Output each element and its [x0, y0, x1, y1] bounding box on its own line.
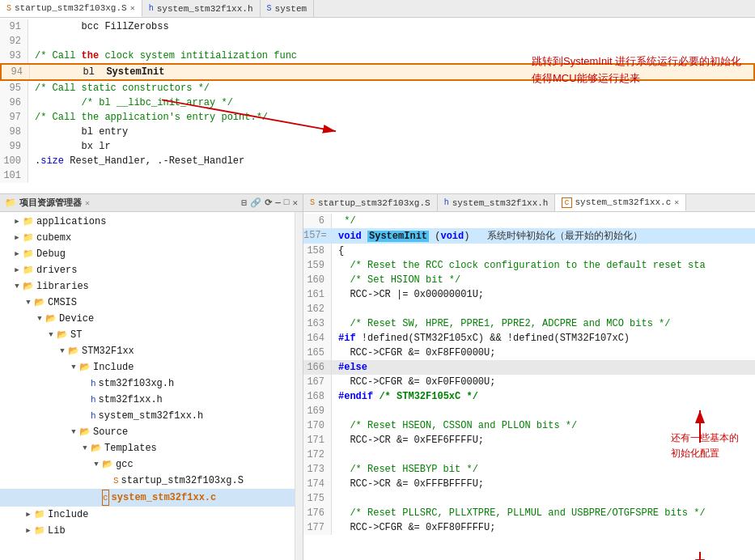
code-line-92: 92	[0, 34, 755, 49]
minimize-icon[interactable]: —	[275, 197, 281, 208]
link-editor-icon[interactable]: 🔗	[250, 197, 261, 208]
folder-icon-lib: 📁	[34, 524, 45, 538]
code-line-99: 99 bx lr	[0, 139, 755, 154]
scrollbar[interactable]	[295, 212, 303, 560]
right-tab-startup[interactable]: S startup_stm32f103xg.S	[303, 194, 438, 211]
tree-gcc[interactable]: ▼ 📂 gcc	[0, 456, 303, 473]
tree-stm32f103xg-h[interactable]: ▶ h stm32f103xg.h	[0, 375, 303, 392]
code-line-97: 97 /* Call the application's entry point…	[0, 110, 755, 125]
folder-icon-gcc: 📂	[102, 457, 113, 472]
right-file-s-icon: S	[310, 198, 315, 207]
top-code-area: 91 bcc FillZerobss 92 93 /* Call the clo…	[0, 18, 755, 193]
tree-debug[interactable]: ▶ 📁 Debug	[0, 246, 303, 262]
right-code-line-166: 166 #else	[303, 360, 755, 375]
right-file-h-icon: h	[444, 198, 449, 207]
project-explorer: 📁 项目资源管理器 ✕ ⊟ 🔗 ⟳ — □ ✕ ▶ 📁 application	[0, 194, 303, 560]
folder-icon-st: 📂	[57, 328, 68, 342]
sync-icon[interactable]: ⟳	[265, 197, 272, 208]
tab-label-system-h: system_stm32f1xx.h	[157, 4, 253, 14]
tree-arrow-debug: ▶	[11, 247, 23, 261]
file-h-icon-2: h	[91, 392, 96, 407]
tree-system-c[interactable]: ▶ c system_stm32f1xx.c	[0, 489, 303, 507]
tree-stm32f1xx-h[interactable]: ▶ h stm32f1xx.h	[0, 392, 303, 408]
top-code-lines: 91 bcc FillZerobss 92 93 /* Call the clo…	[0, 18, 755, 185]
right-editor: S startup_stm32f103xg.S h system_stm32f1…	[303, 194, 755, 560]
right-code-line-176: 176 /* Reset PLLSRC, PLLXTPRE, PLLMUL an…	[303, 506, 755, 520]
right-tab-system-h[interactable]: h system_stm32f1xx.h	[438, 194, 556, 211]
tree-drivers[interactable]: ▶ 📁 drivers	[0, 262, 303, 278]
folder-icon-source: 📂	[79, 425, 91, 439]
tree-arrow-st: ▼	[45, 328, 57, 342]
close-icon[interactable]: ✕	[292, 197, 298, 208]
tree-include[interactable]: ▼ 📂 Include	[0, 359, 303, 375]
tree-lib[interactable]: ▶ 📁 Lib	[0, 523, 303, 539]
code-line-94: 94 bl SystemInit	[0, 63, 755, 81]
right-tab-label-system-c: system_stm32f1xx.c	[575, 197, 672, 207]
maximize-icon[interactable]: □	[284, 197, 290, 208]
tree-arrow-stm32f1xx: ▼	[57, 344, 68, 358]
tree-startup-s[interactable]: ▶ S startup_stm32f103xg.S	[0, 473, 303, 489]
tree-arrow-lib: ▶	[23, 524, 34, 538]
tab-close-startup[interactable]: ✕	[130, 3, 135, 13]
right-code-line-159: 159 /* Reset the RCC clock configuration…	[303, 258, 755, 273]
file-s-icon: S	[6, 4, 11, 13]
tree-libraries[interactable]: ▼ 📂 libraries	[0, 278, 303, 295]
tree-applications[interactable]: ▶ 📁 applications	[0, 214, 303, 230]
tab-startup-s[interactable]: S startup_stm32f103xg.S ✕	[0, 0, 142, 17]
folder-icon-drivers: 📁	[23, 263, 34, 278]
tree-templates[interactable]: ▼ 📂 Templates	[0, 440, 303, 456]
explorer-body: ▶ 📁 applications ▶ 📁 cubemx ▶ 📁 Debug	[0, 212, 303, 560]
tree-device[interactable]: ▼ 📂 Device	[0, 311, 303, 327]
code-line-101: 101	[0, 168, 755, 183]
tree-arrow-cubemx: ▶	[11, 231, 23, 245]
right-code-line-157: 157= void SystemInit (void) 系统时钟初始化（最开始的…	[303, 228, 755, 244]
right-tab-label-system-h: system_stm32f1xx.h	[452, 198, 549, 208]
right-code-line-174: 174 RCC->CR &= 0xFFFBFFFFU;	[303, 477, 755, 491]
folder-icon-libraries: 📂	[23, 279, 34, 294]
right-code-area: 6 */ 157= void SystemInit (void) 系统时钟初始化…	[303, 212, 755, 560]
right-code-line-168: 168 #endif /* STM32F105xC */	[303, 389, 755, 404]
folder-icon-cubemx: 📁	[23, 231, 34, 245]
tree-st[interactable]: ▼ 📂 ST	[0, 327, 303, 343]
code-line-100: 100 .size Reset_Handler, .-Reset_Handler	[0, 154, 755, 168]
right-code-line-162: 162	[303, 302, 755, 316]
top-tab-bar: S startup_stm32f103xg.S ✕ h system_stm32…	[0, 0, 755, 18]
tree-arrow-gcc: ▼	[91, 457, 102, 472]
tree-arrow-templates: ▼	[79, 441, 91, 456]
tree-arrow-drivers: ▶	[11, 263, 23, 278]
tree-arrow-include2: ▶	[23, 507, 34, 522]
tree-cmsis[interactable]: ▼ 📂 CMSIS	[0, 295, 303, 311]
tree-arrow-include: ▼	[68, 360, 79, 375]
right-code-line-177: 177 RCC->CFGR &= 0xFF80FFFFU;	[303, 520, 755, 535]
folder-icon-include: 📂	[79, 360, 91, 375]
file-h-icon-3: h	[91, 409, 96, 423]
tab-label-system-top: system	[275, 4, 308, 14]
file-s-icon-tree: S	[113, 473, 119, 488]
code-line-96: 96 /* bl __libc_init_array */	[0, 95, 755, 110]
file-c-icon-tree: c	[102, 490, 109, 506]
right-code-line-167: 167 RCC->CFGR &= 0xF0FF0000U;	[303, 375, 755, 389]
folder-icon-include2: 📁	[34, 507, 45, 522]
right-tab-close[interactable]: ✕	[674, 197, 679, 207]
tree-source[interactable]: ▼ 📂 Source	[0, 424, 303, 440]
tree-cubemx[interactable]: ▶ 📁 cubemx	[0, 230, 303, 246]
right-code-line-161: 161 RCC->CR |= 0x00000001U;	[303, 287, 755, 302]
folder-icon-applications: 📁	[23, 214, 34, 229]
top-editor: S startup_stm32f103xg.S ✕ h system_stm32…	[0, 0, 755, 194]
right-code-line-175: 175	[303, 491, 755, 506]
tab-system-h[interactable]: h system_stm32f1xx.h	[142, 0, 261, 17]
collapse-all-icon[interactable]: ⊟	[242, 197, 248, 208]
tree-arrow-libraries: ▼	[11, 279, 23, 294]
file-h-icon-1: h	[91, 376, 96, 391]
tree-system-h[interactable]: ▶ h system_stm32f1xx.h	[0, 408, 303, 424]
file-h-icon: h	[149, 4, 154, 13]
tree-stm32f1xx[interactable]: ▼ 📂 STM32F1xx	[0, 343, 303, 359]
right-tab-system-c[interactable]: c system_stm32f1xx.c ✕	[555, 194, 686, 211]
tab-system-top[interactable]: S system	[261, 0, 315, 17]
tree-include2[interactable]: ▶ 📁 Include	[0, 507, 303, 523]
right-code-line-6: 6 */	[303, 214, 755, 228]
code-line-95: 95 /* Call static constructors */	[0, 81, 755, 95]
code-line-91: 91 bcc FillZerobss	[0, 19, 755, 34]
explorer-x-icon: ✕	[85, 198, 90, 208]
folder-icon-cmsis: 📂	[34, 295, 45, 310]
